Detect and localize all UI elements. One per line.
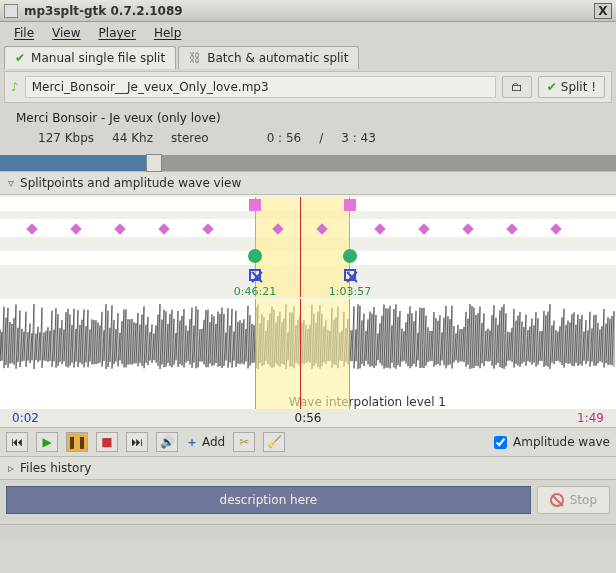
file-row: ♪ Merci_Bonsoir__Je_veux_Only_love.mp3 🗀… — [4, 71, 612, 103]
duration: 3 : 43 — [341, 131, 376, 145]
next-icon: ⏭ — [131, 435, 143, 449]
mode-tabs: ✔ Manual single file split ⛓ Batch & aut… — [0, 44, 616, 69]
menubar: File View Player Help — [0, 22, 616, 44]
add-label: Add — [202, 435, 225, 449]
bitrate: 127 Kbps — [38, 131, 94, 145]
description-box[interactable]: description here — [6, 486, 531, 514]
chain-icon: ⛓ — [189, 51, 201, 65]
tab-label: Manual single file split — [31, 51, 165, 65]
amplitude-label: Amplitude wave — [513, 435, 610, 449]
section-history-header[interactable]: ▹ Files history — [0, 456, 616, 480]
track-info: Merci Bonsoir - Je veux (only love) 127 … — [0, 105, 616, 151]
prev-button[interactable]: ⏮ — [6, 432, 28, 452]
menu-help[interactable]: Help — [154, 26, 181, 40]
pause-icon: ❚❚ — [67, 435, 87, 449]
triangle-right-icon: ▹ — [8, 461, 14, 475]
player-toolbar: ⏮ ▶ ❚❚ ■ ⏭ 🔊 ＋ Add ✂ 🧹 Amplitude wave — [0, 427, 616, 456]
separator: / — [319, 131, 323, 145]
bottom-bar: description here Stop — [0, 480, 616, 520]
plus-icon: ＋ — [186, 434, 198, 451]
stop-label: Stop — [570, 493, 597, 507]
position: 0 : 56 — [267, 131, 302, 145]
waveform-view[interactable]: Wave interpolation level 1 — [0, 299, 616, 409]
add-splitpoint-button[interactable]: ＋ Add — [186, 434, 225, 451]
check-icon: ✔ — [547, 80, 557, 94]
open-folder-button[interactable]: 🗀 — [502, 76, 532, 98]
tab-batch-split[interactable]: ⛓ Batch & automatic split — [178, 46, 359, 69]
menu-view[interactable]: View — [52, 26, 80, 40]
folder-icon: 🗀 — [511, 80, 523, 94]
stop-process-button[interactable]: Stop — [537, 486, 610, 514]
clear-button[interactable]: 🧹 — [263, 432, 285, 452]
cut-button[interactable]: ✂ — [233, 432, 255, 452]
close-button[interactable]: X — [594, 3, 612, 19]
pause-button[interactable]: ❚❚ — [66, 432, 88, 452]
titlebar: mp3splt-gtk 0.7.2.1089 X — [0, 0, 616, 22]
time-axis: 0:02 0:56 1:49 — [0, 409, 616, 427]
app-icon — [4, 4, 18, 18]
filename-field[interactable]: Merci_Bonsoir__Je_veux_Only_love.mp3 — [25, 76, 496, 98]
window-title: mp3splt-gtk 0.7.2.1089 — [24, 4, 594, 18]
scissors-icon: ✂ — [239, 435, 249, 449]
splitpoint-time: 0:46:21 — [234, 285, 276, 298]
amplitude-input[interactable] — [494, 436, 507, 449]
channels: stereo — [171, 131, 209, 145]
stop-icon: ■ — [101, 435, 112, 449]
stop-circle-icon — [550, 493, 564, 507]
section-splitpoints-header[interactable]: ▿ Splitpoints and amplitude wave view — [0, 171, 616, 195]
status-bar — [0, 524, 616, 540]
next-button[interactable]: ⏭ — [126, 432, 148, 452]
time-mid: 0:56 — [295, 411, 322, 425]
section-title: Splitpoints and amplitude wave view — [20, 176, 241, 190]
stop-button[interactable]: ■ — [96, 432, 118, 452]
splitpoint-time: 1:03:57 — [329, 285, 371, 298]
track-meta: 127 Kbps 44 Khz stereo 0 : 56 / 3 : 43 — [16, 131, 600, 145]
marker-pane[interactable]: 0:46:211:03:57 — [0, 195, 616, 299]
speaker-icon: 🔊 — [160, 435, 175, 449]
tab-manual-split[interactable]: ✔ Manual single file split — [4, 46, 176, 69]
broom-icon: 🧹 — [267, 435, 282, 449]
time-right: 1:49 — [577, 411, 604, 425]
samplerate: 44 Khz — [112, 131, 153, 145]
time-left: 0:02 — [12, 411, 39, 425]
track-title: Merci Bonsoir - Je veux (only love) — [16, 111, 600, 125]
menu-file[interactable]: File — [14, 26, 34, 40]
play-button[interactable]: ▶ — [36, 432, 58, 452]
seek-bar[interactable] — [0, 155, 616, 171]
play-icon: ▶ — [42, 435, 51, 449]
tab-label: Batch & automatic split — [207, 51, 348, 65]
split-button[interactable]: ✔ Split ! — [538, 76, 605, 98]
amplitude-checkbox[interactable]: Amplitude wave — [494, 435, 610, 449]
seek-thumb[interactable] — [146, 154, 162, 172]
split-label: Split ! — [561, 80, 596, 94]
volume-button[interactable]: 🔊 — [156, 432, 178, 452]
check-icon: ✔ — [15, 51, 25, 65]
triangle-down-icon: ▿ — [8, 176, 14, 190]
seek-played — [0, 155, 154, 171]
prev-icon: ⏮ — [11, 435, 23, 449]
section-title: Files history — [20, 461, 91, 475]
menu-player[interactable]: Player — [99, 26, 136, 40]
music-note-icon: ♪ — [11, 80, 19, 94]
